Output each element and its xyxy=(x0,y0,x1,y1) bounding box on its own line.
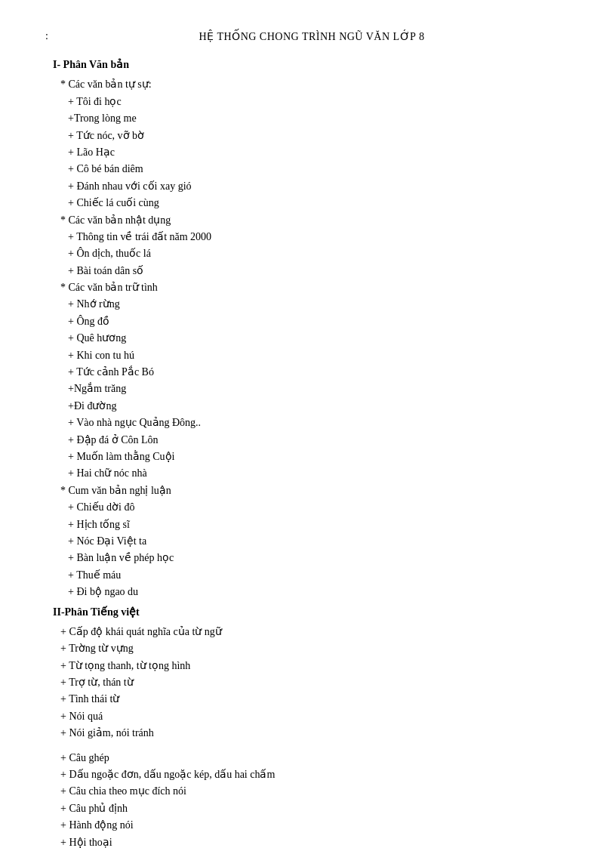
item: +Trong lòng me xyxy=(53,110,571,127)
item: + Từ tọng thanh, từ tọng hình xyxy=(53,658,571,674)
item: + Khi con tu hú xyxy=(53,347,571,364)
item: + Hành động nói xyxy=(53,817,571,834)
subsec-nhatdung-label: * Các văn bản nhật dụng xyxy=(53,212,571,229)
item: + Lão Hạc xyxy=(53,144,571,161)
item: + Cô bé bán diêm xyxy=(53,161,571,177)
subsec-nghiluan-label: * Cum văn bản nghị luận xyxy=(53,483,571,499)
item: + Nói quá xyxy=(53,708,571,725)
item: + Trờng từ vựng xyxy=(53,640,571,657)
item: + Câu ghép xyxy=(53,750,571,766)
item: + Bài toán dân số xyxy=(53,263,571,279)
item: + Nóc Đại Việt ta xyxy=(53,533,571,550)
item: + Hịch tống sĩ xyxy=(53,517,571,533)
item: + Trợ từ, thán từ xyxy=(53,674,571,691)
item: + Tức cảnh Pắc Bó xyxy=(53,364,571,381)
item: + Dấu ngoặc đơn, dấu ngoặc kép, dấu hai … xyxy=(53,766,571,783)
section-I-title: I- Phân Văn bản xyxy=(53,57,571,73)
item: + Muốn làm thằng Cuội xyxy=(53,449,571,465)
item: + Chiếc lá cuối cùng xyxy=(53,195,571,211)
item: + Chiếu dời đô xyxy=(53,499,571,516)
item: +Đi đường xyxy=(53,398,571,415)
item: + Nhớ rừng xyxy=(53,296,571,313)
item: + Bàn luận về phép học xyxy=(53,550,571,566)
page: : HỆ THỐNG CHONG TRÌNH NGŨ VĂN LỚP 8 I- … xyxy=(0,0,616,848)
section-II-title: II-Phân Tiếng việt xyxy=(53,604,571,621)
item: + Hội thoại xyxy=(53,834,571,848)
item: + Đập đá ở Côn Lôn xyxy=(53,432,571,449)
header-title: HỆ THỐNG CHONG TRÌNH NGŨ VĂN LỚP 8 xyxy=(199,31,425,42)
item: + Ông đồ xyxy=(53,313,571,330)
item: + Đi bộ ngao du xyxy=(53,584,571,600)
section-I: I- Phân Văn bản * Các văn bản tự sự: + T… xyxy=(53,57,571,601)
subsec-trutinh-label: * Các văn bản trữ tình xyxy=(53,279,571,296)
item: + Câu chia theo mục đích nói xyxy=(53,783,571,800)
item: + Nói giảm, nói tránh xyxy=(53,725,571,742)
header-colon: : xyxy=(45,30,48,42)
section-II: II-Phân Tiếng việt + Cấp độ khái quát ng… xyxy=(53,604,571,849)
item: + Tôi đi học xyxy=(53,94,571,110)
item: + Thuế máu xyxy=(53,567,571,584)
item: + Cấp độ khái quát nghĩa của từ ngữ xyxy=(53,624,571,640)
item: + Ôn dịch, thuốc lá xyxy=(53,245,571,262)
item: + Tức nóc, vỡ bờ xyxy=(53,128,571,144)
subsec-tusu-label: * Các văn bản tự sự: xyxy=(53,76,571,93)
item: +Ngắm trăng xyxy=(53,381,571,397)
item: + Đánh nhau với cối xay gió xyxy=(53,178,571,195)
item: + Hai chữ nóc nhà xyxy=(53,465,571,482)
item: + Quê hương xyxy=(53,330,571,347)
header: : HỆ THỐNG CHONG TRÌNH NGŨ VĂN LỚP 8 xyxy=(53,30,571,43)
item: + Câu phủ định xyxy=(53,800,571,817)
item: + Tình thái từ xyxy=(53,691,571,708)
item: + Thông tin về trái đất năm 2000 xyxy=(53,229,571,245)
item: + Vào nhà ngục Quảng Đông.. xyxy=(53,415,571,431)
